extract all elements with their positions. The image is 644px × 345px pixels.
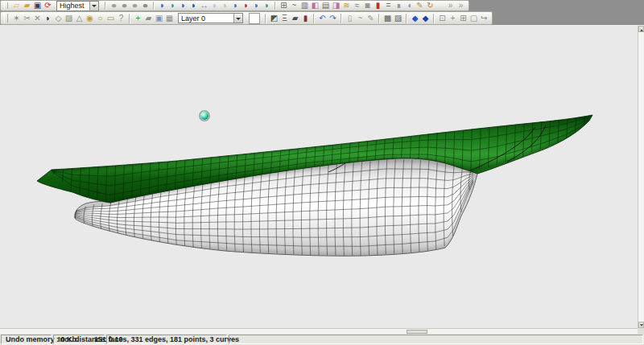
visibility-interior-icon[interactable]: ◩ [269,14,279,23]
model-viewport[interactable] [0,25,644,328]
toolbar-separator [105,2,106,10]
layer-color-button[interactable] [249,13,260,24]
add-curve-icon[interactable]: ~ [289,1,299,10]
check-surface-icon[interactable]: ◆ [420,14,431,23]
select-points-icon[interactable]: ✶ [11,14,22,23]
scroll-up-button[interactable] [638,26,644,32]
toolbar-separator [265,14,266,23]
layer-dialog-icon[interactable]: ▣ [154,14,164,23]
flowlines-icon[interactable]: ≋ [341,1,352,10]
tank-icon[interactable]: ▮ [373,1,383,10]
toolbar-separator [433,14,435,23]
check-model-icon[interactable]: ◆ [410,14,420,23]
horizontal-scrollbar[interactable] [0,328,638,334]
toolbar-separator [129,14,130,23]
status-empty-panel [229,335,643,344]
scroll-down-button[interactable] [638,322,644,328]
toolbar-row-1: ▱▰▣⟳Highest●●●●◗◗◗◗↔◗◗◗◗◗◗⊞~▥◧▤◨≋≈◙▮=∎◖✎… [0,0,644,11]
toolbar-separator [275,2,276,10]
curve-tool-icon[interactable]: ~ [355,14,365,23]
rotate-icon[interactable]: ↻ [425,1,436,10]
cut-icon[interactable]: ✂ [22,14,32,23]
point-info-icon[interactable]: ? [116,14,126,23]
layer-dropdown-value: Layer 0 [181,14,231,23]
hull-modeler-window: ▱▰▣⟳Highest●●●●◗◗◗◗↔◗◗◗◗◗◗⊞~▥◧▤◨≋≈◙▮=∎◖✎… [0,0,644,345]
hull-3d-view [0,25,644,328]
crease-icon[interactable]: △ [74,14,85,23]
status-undo-memory: Undo memory : 0 Kb. [1,335,52,344]
toolbar-grip[interactable] [4,2,8,9]
wedge-teal-icon[interactable]: ◗ [260,1,275,10]
waves-icon[interactable]: ≈ [352,1,362,10]
diagonals-icon[interactable]: ◨ [331,1,341,10]
save-file-icon[interactable]: ▣ [32,1,43,10]
check-tank-icon[interactable]: ▮ [300,14,311,23]
lock-points-icon[interactable]: ◉ [85,14,95,23]
new-document-icon[interactable]: ▱ [11,1,22,10]
unlock-points-icon[interactable]: ○ [95,14,105,23]
precision-dropdown-value: Highest [60,2,87,10]
intersections-icon[interactable]: ⊞ [279,1,289,10]
vertical-scrollbar[interactable] [638,26,644,328]
layer-properties-icon[interactable]: ▦ [164,14,175,23]
zoom-window-icon[interactable]: ⊡ [437,14,448,23]
toolbar-panel-1: ▱▰▣⟳Highest●●●●◗◗◗◗↔◗◗◗◗◗◗⊞~▥◧▤◨≋≈◙▮=∎◖✎… [0,0,469,11]
flatten-icon[interactable]: Ξ [279,14,290,23]
panel-icon[interactable]: ◖ [402,1,417,10]
hand-tool-icon[interactable]: ▭ [105,14,116,23]
toolbar-separator [153,2,155,10]
undo-icon[interactable]: ↶ [317,14,328,23]
origin-marker-sphere[interactable] [200,111,209,121]
texture-icon[interactable]: ▩ [382,14,393,23]
status-model-stats: 151 faces, 331 edges, 181 points, 3 curv… [106,335,227,344]
toolbar-row-2: ✶✂✕◗◇▨△◉○▭?+▰▣▦Layer 0◩Ξ▰▮↶↷▯~✎▩▨◆◆⊡+⊞▢↪ [0,11,644,25]
layer-auto-group-icon[interactable]: ▰ [143,14,154,23]
dropdown-arrow-icon[interactable] [233,14,242,23]
pan-icon[interactable]: ↪ [479,14,489,23]
toolbar-panel-2: ✶✂✕◗◇▨△◉○▭?+▰▣▦Layer 0◩Ξ▰▮↶↷▯~✎▩▨◆◆⊡+⊞▢↪ [0,11,493,25]
layer-add-icon[interactable]: + [133,14,143,23]
buttocks-icon[interactable]: ◧ [310,1,320,10]
display-zebra-icon[interactable]: ● [138,1,153,10]
clipboard-icon[interactable]: ▯ [345,14,355,23]
redo-icon[interactable]: ↷ [328,14,338,23]
compare-icon[interactable]: = [383,1,394,10]
toolbar-separator [378,14,380,23]
background-image-icon[interactable]: ▨ [64,14,74,23]
scrollbar-corner [638,328,644,334]
dropdown-arrow-icon[interactable] [89,2,98,10]
open-file-icon[interactable]: ▰ [22,1,32,10]
zoom-in-icon[interactable]: + [448,14,458,23]
annotate-icon[interactable]: ✎ [365,14,376,23]
zoom-out-icon[interactable]: ▢ [469,14,479,23]
toolbar-separator [341,14,342,23]
toolbar-separator [406,14,407,23]
toolbar-grip[interactable] [4,14,8,23]
wake-2-icon[interactable]: » [456,1,466,10]
stations-icon[interactable]: ▥ [299,1,310,10]
import-markers-icon[interactable]: ▰ [290,14,300,23]
zoom-all-icon[interactable]: ⊞ [458,14,469,23]
wake-1-icon[interactable]: » [445,1,456,10]
hydrostatics-icon[interactable]: ◙ [362,1,373,10]
new-face-icon[interactable]: ◗ [41,14,56,23]
toolbar-separator [313,14,315,23]
reload-icon[interactable]: ⟳ [43,1,53,10]
view-bodyplan-icon[interactable]: ◗ [187,1,201,10]
waterlines-icon[interactable]: ▤ [320,1,331,10]
layer-dropdown[interactable]: Layer 0 [178,13,243,23]
precision-dropdown[interactable]: Highest [56,1,99,11]
pattern-icon[interactable]: ▨ [393,14,403,23]
status-bar: Undo memory : 0 Kb. Incr. distance: 0.10… [0,334,644,345]
